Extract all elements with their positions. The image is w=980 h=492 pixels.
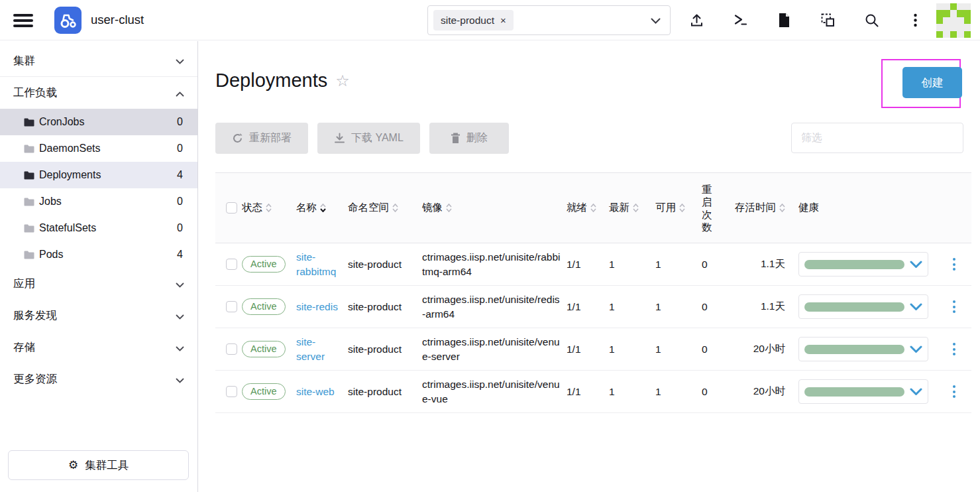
restarts-cell: 0 — [702, 301, 735, 313]
folder-icon — [24, 118, 34, 127]
sidebar-item-cronjobs[interactable]: CronJobs 0 — [0, 109, 197, 135]
chevron-icon — [176, 278, 184, 290]
uptodate-cell: 1 — [609, 259, 655, 271]
sidebar-item-jobs[interactable]: Jobs 0 — [0, 188, 197, 215]
hamburger-menu-icon[interactable] — [13, 14, 33, 27]
health-dropdown[interactable] — [798, 379, 928, 404]
filter-input[interactable] — [791, 123, 963, 153]
page-title: Deployments ☆ — [215, 70, 350, 92]
column-header-ready[interactable]: 就绪 — [567, 201, 609, 215]
column-header-state[interactable]: 状态 — [242, 201, 296, 215]
age-cell: 20小时 — [735, 342, 789, 356]
resource-count: 0 — [177, 116, 183, 128]
deployment-name-link[interactable]: site-web — [296, 385, 340, 399]
health-dropdown[interactable] — [798, 337, 928, 361]
row-checkbox[interactable] — [226, 259, 237, 270]
available-cell: 1 — [655, 259, 702, 271]
namespace-cell: site-product — [348, 342, 422, 357]
sidebar-section-4[interactable]: 存储 — [0, 332, 197, 363]
available-cell: 1 — [655, 386, 702, 398]
sort-icon — [392, 204, 398, 212]
chevron-icon — [176, 341, 184, 354]
delete-button[interactable]: 删除 — [429, 123, 509, 154]
file-icon[interactable] — [776, 13, 792, 29]
sidebar-item-daemonsets[interactable]: DaemonSets 0 — [0, 135, 197, 162]
column-header-name[interactable]: 名称 — [296, 201, 348, 215]
favorite-star-icon[interactable]: ☆ — [335, 72, 350, 90]
deployment-name-link[interactable]: site-rabbitmq — [296, 250, 348, 278]
kebab-menu-icon[interactable] — [907, 13, 923, 29]
search-icon[interactable] — [863, 13, 879, 29]
chevron-icon — [176, 373, 184, 386]
cluster-logo[interactable] — [54, 7, 82, 34]
shell-icon[interactable] — [732, 13, 748, 29]
column-header-namespace[interactable]: 命名空间 — [348, 201, 422, 215]
health-bar — [804, 260, 904, 269]
namespace-cell: site-product — [348, 257, 422, 272]
sort-icon — [266, 204, 272, 212]
age-cell: 20小时 — [735, 385, 789, 399]
column-header-available[interactable]: 可用 — [655, 201, 702, 215]
row-actions-kebab-icon[interactable] — [950, 383, 958, 400]
sidebar-item-statefulsets[interactable]: StatefulSets 0 — [0, 215, 197, 241]
table-header-row: 状态 名称 命名空间 镜像 就绪 最新 — [215, 172, 971, 243]
namespace-cell: site-product — [348, 300, 422, 314]
sidebar-item-deployments[interactable]: Deployments 4 — [0, 162, 197, 188]
namespace-tag[interactable]: site-product × — [433, 10, 514, 31]
create-button[interactable]: 创建 — [902, 67, 962, 98]
table-row: Active site-rabbitmq site-product ctrima… — [215, 243, 971, 286]
download-yaml-button[interactable]: 下载 YAML — [317, 123, 420, 154]
resource-count: 0 — [177, 196, 183, 208]
chevron-icon — [176, 310, 184, 322]
column-header-age[interactable]: 存活时间 — [735, 201, 789, 215]
namespace-tag-label: site-product — [441, 15, 494, 27]
sidebar-item-pods[interactable]: Pods 4 — [0, 241, 197, 268]
sort-icon — [779, 204, 785, 212]
row-actions-kebab-icon[interactable] — [950, 255, 958, 273]
health-dropdown[interactable] — [798, 294, 928, 319]
resource-count: 0 — [177, 222, 183, 234]
column-header-image[interactable]: 镜像 — [422, 201, 567, 215]
remove-namespace-icon[interactable]: × — [500, 15, 506, 26]
top-header: user-clust site-product × — [0, 0, 980, 40]
trash-icon — [451, 133, 461, 144]
age-cell: 1.1天 — [735, 300, 789, 314]
resource-count: 4 — [177, 169, 183, 181]
row-actions-kebab-icon[interactable] — [950, 340, 958, 358]
namespace-filter-dropdown[interactable]: site-product × — [427, 5, 671, 35]
health-bar — [804, 345, 904, 354]
table-row: Active site-redis site-product ctrimages… — [215, 286, 971, 328]
column-header-health: 健康 — [789, 201, 936, 215]
available-cell: 1 — [655, 301, 702, 313]
sidebar-section-3[interactable]: 服务发现 — [0, 300, 197, 332]
sidebar-section-5[interactable]: 更多资源 — [0, 363, 197, 395]
sidebar-section-2[interactable]: 应用 — [0, 268, 197, 300]
sidebar-section-1[interactable]: 工作负载 — [0, 77, 197, 109]
copy-icon[interactable] — [820, 13, 836, 29]
ready-cell: 1/1 — [567, 301, 609, 313]
folder-icon — [24, 251, 34, 259]
cluster-tools-button[interactable]: ⚙ 集群工具 — [8, 450, 189, 480]
sidebar-section-0[interactable]: 集群 — [0, 45, 197, 77]
row-checkbox[interactable] — [226, 343, 237, 355]
health-dropdown[interactable] — [798, 252, 928, 277]
redeploy-button[interactable]: 重新部署 — [215, 123, 308, 154]
restarts-cell: 0 — [702, 386, 735, 398]
row-actions-kebab-icon[interactable] — [950, 298, 958, 316]
deployment-name-link[interactable]: site-server — [296, 335, 348, 363]
deployment-name-link[interactable]: site-redis — [296, 300, 343, 314]
user-avatar[interactable] — [936, 3, 971, 38]
row-checkbox[interactable] — [226, 386, 237, 397]
select-all-checkbox[interactable] — [226, 202, 237, 214]
upload-icon[interactable] — [688, 13, 704, 29]
available-cell: 1 — [655, 343, 702, 355]
namespace-cell: site-product — [348, 385, 422, 399]
cluster-tools-label: 集群工具 — [85, 458, 129, 473]
delete-label: 删除 — [466, 131, 488, 145]
sort-icon — [590, 204, 596, 212]
health-bar — [804, 387, 904, 397]
row-checkbox[interactable] — [226, 301, 237, 312]
chevron-icon — [176, 54, 184, 67]
column-header-uptodate[interactable]: 最新 — [609, 201, 655, 215]
resource-count: 4 — [177, 249, 183, 261]
